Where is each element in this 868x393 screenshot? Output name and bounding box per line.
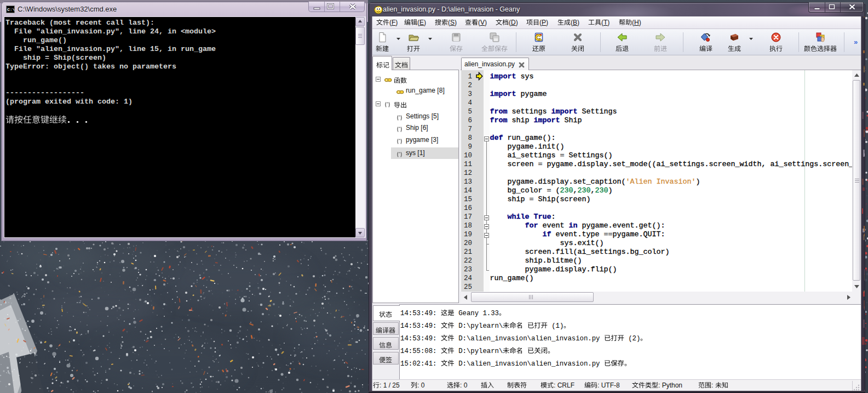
svg-text:C:\: C:\	[7, 7, 14, 12]
